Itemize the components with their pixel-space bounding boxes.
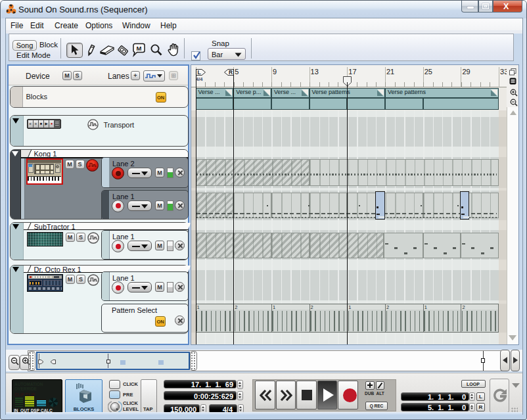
svg-text:R: R bbox=[229, 69, 233, 76]
svg-text:L: L bbox=[197, 69, 200, 76]
svg-text:M: M bbox=[137, 45, 142, 52]
